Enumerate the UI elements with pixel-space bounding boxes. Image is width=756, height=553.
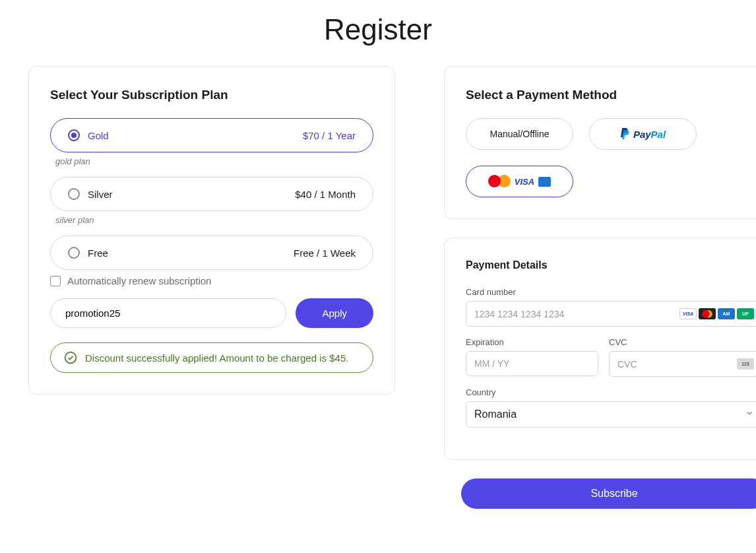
visa-icon: VISA	[679, 308, 697, 319]
subscribe-button[interactable]: Subscribe	[461, 478, 756, 509]
plan-description: gold plan	[55, 156, 373, 166]
cvc-label: CVC	[609, 337, 756, 347]
visa-icon: VISA	[515, 177, 534, 187]
plan-option-silver[interactable]: Silver $40 / 1 Month	[50, 177, 373, 211]
payment-details-title: Payment Details	[466, 259, 756, 271]
payment-method-card: Select a Payment Method Manual/Offline P…	[444, 66, 756, 219]
paypal-icon	[620, 127, 631, 141]
radio-icon	[68, 129, 80, 141]
amex-icon	[538, 177, 551, 187]
expiration-label: Expiration	[466, 337, 598, 347]
auto-renew-checkbox[interactable]	[50, 276, 61, 286]
radio-icon	[68, 247, 80, 259]
radio-icon	[68, 188, 80, 200]
discount-success-alert: Discount successfully applied! Amount to…	[50, 342, 373, 373]
chevron-down-icon	[745, 408, 754, 420]
payment-method-title: Select a Payment Method	[466, 88, 756, 102]
card-brand-icons: VISA AM UP	[679, 308, 754, 319]
plan-name: Gold	[88, 130, 109, 141]
auto-renew-label: Automatically renew subscription	[67, 275, 211, 286]
cvc-card-icon: 123	[737, 358, 754, 370]
card-number-input[interactable]	[474, 309, 676, 319]
country-label: Country	[466, 387, 756, 397]
coupon-input[interactable]	[50, 298, 286, 328]
plan-name: Free	[88, 247, 108, 259]
paypal-logo-text: PayPal	[633, 129, 666, 140]
plan-name: Silver	[88, 189, 113, 200]
payment-details-card: Payment Details Card number VISA AM UP E…	[444, 238, 756, 460]
plan-description: silver plan	[55, 215, 373, 225]
expiration-input[interactable]	[474, 358, 590, 369]
payment-method-manual[interactable]: Manual/Offline	[466, 118, 573, 150]
plan-option-free[interactable]: Free Free / 1 Week	[50, 236, 373, 270]
mastercard-icon	[699, 308, 716, 319]
mastercard-icon	[488, 175, 511, 188]
cvc-input[interactable]	[617, 359, 733, 370]
payment-method-label: Manual/Offline	[489, 129, 549, 139]
apply-button[interactable]: Apply	[296, 298, 373, 328]
card-number-label: Card number	[466, 287, 756, 297]
payment-method-paypal[interactable]: PayPal	[589, 118, 697, 150]
svg-point-0	[65, 352, 77, 364]
card-brands-icon: VISA	[488, 175, 551, 188]
plan-price: Free / 1 Week	[294, 247, 356, 259]
plan-option-gold[interactable]: Gold $70 / 1 Year	[50, 118, 373, 152]
check-circle-icon	[64, 351, 77, 364]
payment-method-cards[interactable]: VISA	[466, 166, 573, 197]
plan-price: $70 / 1 Year	[303, 130, 356, 141]
unionpay-icon: UP	[737, 308, 754, 319]
amex-icon: AM	[718, 308, 735, 319]
subscription-plan-card: Select Your Subscription Plan Gold $70 /…	[28, 66, 395, 395]
subscription-title: Select Your Subscription Plan	[50, 88, 373, 102]
country-select[interactable]: Romania	[466, 401, 756, 428]
page-title: Register	[26, 13, 730, 46]
plan-price: $40 / 1 Month	[295, 189, 356, 200]
country-value: Romania	[474, 408, 741, 420]
discount-success-message: Discount successfully applied! Amount to…	[85, 352, 348, 364]
